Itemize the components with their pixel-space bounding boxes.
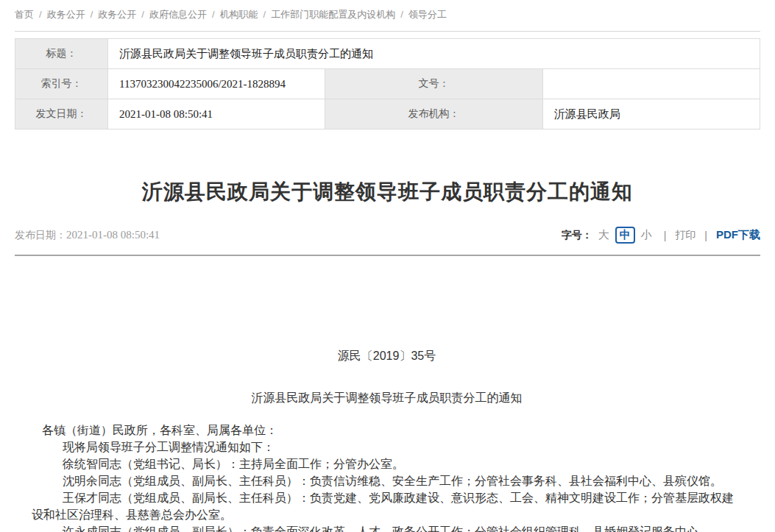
- breadcrumb-item[interactable]: 首页: [15, 9, 34, 20]
- pdf-download-button[interactable]: PDF下载: [716, 228, 760, 242]
- doc-number-value: [542, 69, 760, 99]
- publish-date: 发布日期：2021-01-08 08:50:41: [15, 229, 160, 242]
- breadcrumb-item[interactable]: 政务公开: [47, 9, 85, 20]
- table-row: 索引号： 113703230042235006/2021-1828894 文号：: [15, 69, 760, 99]
- article-meta-row: 发布日期：2021-01-08 08:50:41 字号： 大 中 小 | 打印 …: [15, 227, 760, 256]
- breadcrumb-separator: /: [39, 9, 42, 20]
- info-table: 标题： 沂源县民政局关于调整领导班子成员职责分工的通知 索引号： 1137032…: [15, 38, 760, 130]
- toolbar-divider: |: [664, 230, 667, 241]
- breadcrumb-item[interactable]: 领导分工: [408, 9, 447, 20]
- publish-date-label: 发布日期：: [15, 229, 66, 241]
- article-toolbar: 字号： 大 中 小 | 打印 | PDF下载: [562, 227, 760, 244]
- page: 首页/政务公开/政务公开/政府信息公开/机构职能/工作部门职能配置及内设机构/领…: [0, 0, 775, 532]
- font-size-large-button[interactable]: 大: [598, 228, 609, 242]
- toolbar-divider: |: [704, 230, 707, 241]
- breadcrumb-separator: /: [400, 9, 403, 20]
- title-label: 标题：: [15, 39, 108, 69]
- breadcrumb-item[interactable]: 机构职能: [220, 9, 258, 20]
- print-button[interactable]: 打印: [675, 229, 696, 242]
- issuer-label: 发布机构：: [325, 99, 542, 130]
- title-value: 沂源县民政局关于调整领导班子成员职责分工的通知: [108, 39, 760, 69]
- issuer-value: 沂源县民政局: [542, 99, 760, 130]
- breadcrumb-item[interactable]: 政府信息公开: [149, 9, 207, 20]
- breadcrumb: 首页/政务公开/政务公开/政府信息公开/机构职能/工作部门职能配置及内设机构/领…: [15, 0, 760, 32]
- issue-date-label: 发文日期：: [15, 99, 108, 130]
- issue-date-value: 2021-01-08 08:50:41: [108, 99, 325, 130]
- article-paragraph: 徐统智同志（党组书记、局长）：主持局全面工作；分管办公室。: [32, 455, 742, 472]
- table-row: 标题： 沂源县民政局关于调整领导班子成员职责分工的通知: [15, 39, 760, 69]
- article-paragraph: 沈明余同志（党组成员、副局长、主任科员）：负责信访维稳、安全生产工作；分管社会事…: [32, 472, 742, 489]
- article-paragraphs: 各镇（街道）民政所，各科室、局属各单位：现将局领导班子分工调整情况通知如下：徐统…: [32, 422, 742, 532]
- font-size-label: 字号：: [562, 229, 592, 242]
- breadcrumb-separator: /: [212, 9, 215, 20]
- article-paragraph: 许永成同志（党组成员、副局长）：负责全面深化改革、人才、政务公开工作；分管社会组…: [32, 523, 742, 532]
- article-paragraph: 各镇（街道）民政所，各科室、局属各单位：: [32, 422, 742, 439]
- index-number-label: 索引号：: [15, 69, 108, 99]
- font-size-small-button[interactable]: 小: [641, 228, 652, 242]
- article-paragraph: 现将局领导班子分工调整情况通知如下：: [32, 439, 742, 455]
- doc-number-label: 文号：: [325, 69, 542, 99]
- breadcrumb-separator: /: [141, 9, 144, 20]
- document-reference-number: 源民〔2019〕35号: [32, 347, 742, 364]
- article-paragraph: 王保才同志（党组成员、副局长、主任科员）：负责党建、党风廉政建设、意识形态、工会…: [32, 489, 742, 523]
- breadcrumb-item[interactable]: 政务公开: [98, 9, 136, 20]
- page-title: 沂源县民政局关于调整领导班子成员职责分工的通知: [15, 178, 760, 206]
- breadcrumb-separator: /: [91, 9, 93, 20]
- breadcrumb-separator: /: [263, 9, 266, 20]
- article-body: 源民〔2019〕35号 沂源县民政局关于调整领导班子成员职责分工的通知 各镇（街…: [15, 256, 760, 532]
- index-number-value: 113703230042235006/2021-1828894: [108, 69, 325, 99]
- font-size-medium-button[interactable]: 中: [615, 227, 635, 244]
- breadcrumb-item[interactable]: 工作部门职能配置及内设机构: [271, 9, 395, 20]
- publish-date-value: 2021-01-08 08:50:41: [66, 229, 160, 241]
- table-row: 发文日期： 2021-01-08 08:50:41 发布机构： 沂源县民政局: [15, 99, 760, 130]
- document-title: 沂源县民政局关于调整领导班子成员职责分工的通知: [32, 389, 742, 406]
